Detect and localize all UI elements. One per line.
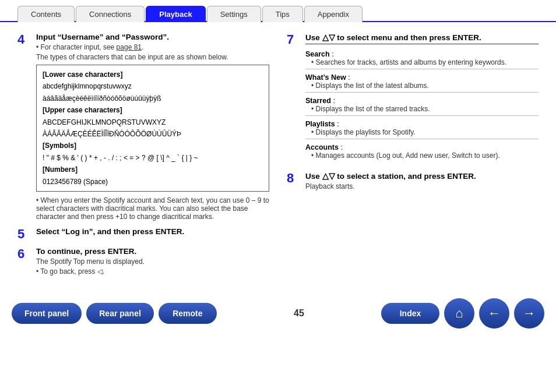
right-column: 7 Use △▽ to select menu and then press E…	[287, 33, 539, 281]
menu-term-accounts: Accounts	[305, 143, 339, 151]
tab-tips[interactable]: Tips	[262, 6, 303, 22]
step-4-title: Input “Username” and “Password”.	[36, 33, 269, 41]
menu-item-playlists: Playlists : Displays the playlists for S…	[305, 117, 539, 139]
footer-left-buttons: Front panel Rear panel Remote	[12, 303, 217, 324]
step-5-number: 5	[17, 227, 34, 241]
step-5-title: Select “Log in”, and then press ENTER.	[36, 227, 269, 236]
tab-appendix[interactable]: Appendix	[304, 6, 363, 22]
numbers-label: [Numbers]	[43, 165, 78, 174]
step-4-row: 4 Input “Username” and “Password”. • For…	[17, 33, 269, 223]
lower-case-label: [Lower case characters]	[43, 70, 122, 79]
front-panel-button[interactable]: Front panel	[12, 303, 82, 324]
tab-settings[interactable]: Settings	[207, 6, 261, 22]
home-icon: ⌂	[455, 306, 463, 321]
lower-case-special: àáâãäåæçèéêëìíîïðñòóôõöøùúûüýþÿß	[43, 93, 263, 104]
step-6-number: 6	[17, 247, 34, 261]
upper-case-special: ÀÁÂÃÄÅÆÇÈÉÊËÌÍÎÏÐÑÒÓÔÕÖØÙÚÛÜÝÞ	[43, 128, 263, 140]
step-8-number: 8	[287, 171, 303, 185]
step-4-content: Input “Username” and “Password”. • For c…	[36, 33, 269, 223]
menu-item-accounts: Accounts : Manages accounts (Log out, Ad…	[305, 140, 539, 162]
step-7-title: Use △▽ to select menu and then press ENT…	[305, 33, 539, 44]
footer-nav-buttons: ⌂ ← →	[444, 298, 544, 329]
step-6-sub2: • To go back, press ◁.	[36, 267, 269, 276]
step-8-row: 8 Use △▽ to select a station, and press …	[287, 171, 539, 192]
upper-case-label: [Upper case characters]	[43, 106, 122, 114]
step-8-title: Use △▽ to select a station, and press EN…	[305, 171, 539, 181]
home-button[interactable]: ⌂	[444, 298, 474, 329]
space-label: (Space)	[83, 178, 108, 186]
menu-term-starred: Starred	[305, 97, 331, 105]
left-column: 4 Input “Username” and “Password”. • For…	[17, 33, 269, 281]
step-6-row: 6 To continue, press ENTER. The Spotify …	[17, 247, 269, 277]
forward-arrow-icon: →	[523, 306, 536, 321]
menu-desc-playlists: Displays the playlists for Spotify.	[305, 128, 539, 136]
rear-panel-button[interactable]: Rear panel	[86, 303, 154, 324]
forward-button[interactable]: →	[514, 298, 544, 329]
menu-term-search: Search	[305, 50, 330, 58]
menu-desc-whatsnew: Displays the list of the latest albums.	[305, 82, 539, 90]
step-6-content: To continue, press ENTER. The Spotify To…	[36, 247, 269, 277]
tab-connections[interactable]: Connections	[76, 6, 145, 22]
menu-item-search: Search : Searches for tracks, artists an…	[305, 47, 539, 69]
menu-desc-accounts: Manages accounts (Log out, Add new user,…	[305, 151, 539, 160]
step-4-sub1: • For character input, see page 81.	[36, 43, 269, 51]
numbers-chars: 0123456789 (Space)	[43, 176, 263, 188]
step-6-title: To continue, press ENTER.	[36, 247, 269, 256]
main-content: 4 Input “Username” and “Password”. • For…	[0, 22, 556, 287]
tabs-bar: Contents Connections Playback Settings T…	[0, 0, 556, 22]
step-4-sub1-text: • For character input, see	[36, 43, 114, 51]
menu-item-starred: Starred : Displays the list of the starr…	[305, 94, 539, 116]
step-8-sub1: Playback starts.	[305, 182, 539, 190]
back-arrow-icon: ←	[488, 306, 501, 321]
symbols-label: [Symbols]	[43, 142, 76, 150]
step-7-number: 7	[287, 33, 303, 47]
step-4-note: • When you enter the Spotify account and…	[36, 196, 269, 221]
menu-desc-search: Searches for tracks, artists and albums …	[305, 58, 539, 66]
page-number: 45	[294, 308, 304, 319]
menu-desc-starred: Displays the list of the starred tracks.	[305, 105, 539, 113]
tab-playback[interactable]: Playback	[146, 6, 205, 22]
menu-item-whatsnew: What’s New : Displays the list of the la…	[305, 70, 539, 93]
step-4-number: 4	[17, 33, 34, 47]
tab-contents[interactable]: Contents	[17, 6, 75, 22]
step-5-row: 5 Select “Log in”, and then press ENTER.	[17, 227, 269, 241]
back-button[interactable]: ←	[479, 298, 509, 329]
step-7-content: Use △▽ to select menu and then press ENT…	[305, 33, 539, 163]
footer: Front panel Rear panel Remote 45 Index ⌂…	[0, 292, 556, 333]
step-6-sub1: The Spotify Top menu is displayed.	[36, 257, 269, 266]
step-8-content: Use △▽ to select a station, and press EN…	[305, 171, 539, 192]
step-4-page-link[interactable]: page 81	[117, 43, 142, 51]
character-box: [Lower case characters] abcdefghijklmnop…	[36, 65, 269, 192]
symbols-chars: ! " # $ % & ' ( ) * + , - . / : ; < = > …	[43, 152, 263, 164]
upper-case-chars: ABCDEFGHIJKLMNOPQRSTUVWXYZ	[43, 116, 263, 128]
step-5-content: Select “Log in”, and then press ENTER.	[36, 227, 269, 238]
index-button[interactable]: Index	[381, 303, 439, 324]
menu-term-whatsnew: What’s New	[305, 73, 346, 82]
lower-case-chars: abcdefghijklmnopqrstuvwxyz	[43, 80, 263, 92]
step-4-sub2: The types of characters that can be inpu…	[36, 53, 269, 61]
menu-term-playlists: Playlists	[305, 120, 335, 128]
remote-button[interactable]: Remote	[159, 303, 217, 324]
step-7-row: 7 Use △▽ to select menu and then press E…	[287, 33, 539, 163]
